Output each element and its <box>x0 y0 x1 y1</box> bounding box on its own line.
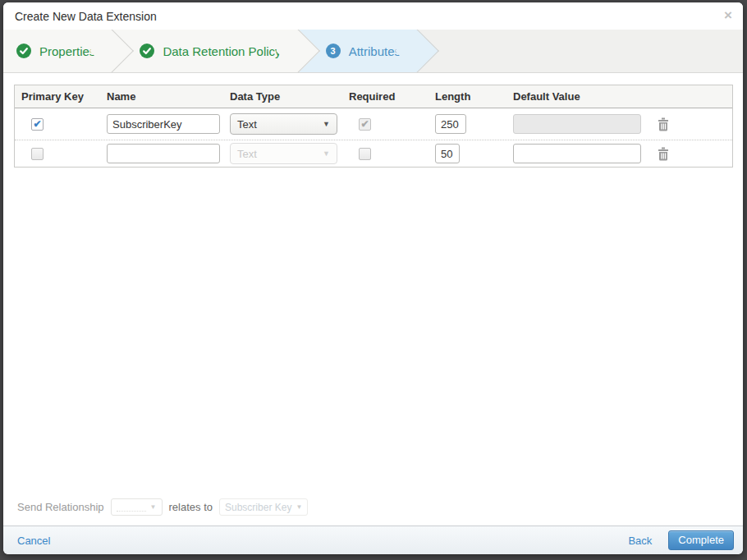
cancel-button[interactable]: Cancel <box>17 535 50 547</box>
data-type-value: Text <box>237 118 257 131</box>
data-type-select[interactable]: Text ▼ <box>230 113 337 135</box>
col-header-name: Name <box>100 90 223 103</box>
create-data-extension-modal: Create New Data Extension × Properties D… <box>3 2 743 554</box>
chevron-down-icon: ▼ <box>150 503 157 511</box>
step-label: Properties <box>39 44 95 58</box>
table-header-row: Primary Key Name Data Type Required Leng… <box>15 85 732 108</box>
step-properties[interactable]: Properties <box>3 30 112 72</box>
modal-title: Create New Data Extension <box>15 10 157 23</box>
chevron-down-icon: ▼ <box>296 503 302 511</box>
default-value-input <box>513 114 641 134</box>
empty-value-placeholder <box>117 503 146 512</box>
send-relationship-row: Send Relationship ▼ relates to Subscribe… <box>3 498 743 526</box>
data-type-select: Text ▼ <box>230 143 337 164</box>
col-header-required: Required <box>342 90 428 103</box>
length-input[interactable] <box>435 114 466 134</box>
send-relationship-select: ▼ <box>111 498 163 516</box>
data-type-value: Text <box>237 148 257 160</box>
table-row: ✔ Text ▼ ✔ <box>15 108 732 140</box>
check-icon <box>16 44 31 58</box>
col-header-primary-key: Primary Key <box>15 90 100 103</box>
relates-to-label: relates to <box>169 501 213 513</box>
step-label: Data Retention Policy <box>163 44 281 58</box>
col-header-data-type: Data Type <box>223 90 342 103</box>
name-input[interactable] <box>107 114 220 134</box>
required-checkbox[interactable] <box>359 148 371 160</box>
body-spacer <box>3 168 743 498</box>
primary-key-checkbox[interactable] <box>31 148 44 160</box>
wizard-steps: Properties Data Retention Policy 3 Attri… <box>3 30 743 73</box>
step-data-retention-policy[interactable]: Data Retention Policy <box>112 30 297 72</box>
send-relationship-label: Send Relationship <box>17 501 104 513</box>
subscriber-key-value: Subscriber Key <box>225 502 291 513</box>
chevron-down-icon: ▼ <box>323 120 330 128</box>
name-input[interactable] <box>107 144 220 163</box>
complete-button[interactable]: Complete <box>668 530 734 550</box>
trash-icon[interactable] <box>657 117 670 131</box>
col-header-default-value: Default Value <box>506 90 650 103</box>
default-value-input[interactable] <box>513 144 641 163</box>
chevron-down-icon: ▼ <box>323 149 330 158</box>
screen: { "modal": { "title": "Create New Data E… <box>0 0 747 560</box>
modal-footer: Cancel Back Complete <box>3 526 743 554</box>
col-header-length: Length <box>428 90 506 103</box>
modal-body: Primary Key Name Data Type Required Leng… <box>3 73 743 526</box>
back-button[interactable]: Back <box>628 535 652 547</box>
modal-titlebar: Create New Data Extension × <box>3 2 743 30</box>
close-icon[interactable]: × <box>724 8 732 22</box>
length-input[interactable] <box>435 144 460 163</box>
required-checkbox: ✔ <box>359 118 371 131</box>
table-row: Text ▼ <box>15 140 732 167</box>
step-label: Attributes <box>349 44 401 58</box>
subscriber-key-select: Subscriber Key ▼ <box>219 498 308 516</box>
check-icon <box>140 44 154 58</box>
trash-icon[interactable] <box>657 146 670 161</box>
primary-key-checkbox[interactable]: ✔ <box>31 118 44 131</box>
attributes-table: Primary Key Name Data Type Required Leng… <box>14 85 733 168</box>
step-number-badge: 3 <box>326 44 341 58</box>
